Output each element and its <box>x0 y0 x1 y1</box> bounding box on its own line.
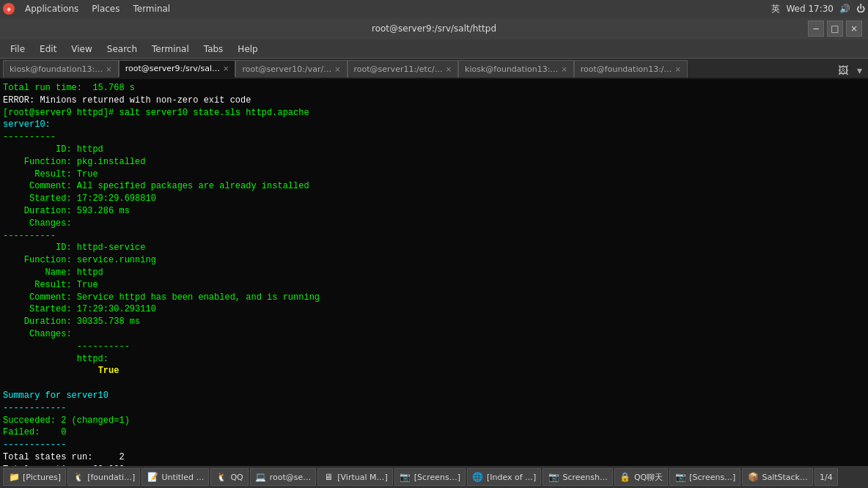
taskbar-label-screenshot3: [Screens…] <box>689 473 735 482</box>
distro-icon: ◈ <box>3 3 15 15</box>
svg-text:◈: ◈ <box>7 6 12 12</box>
tab-close-2[interactable]: × <box>223 64 229 73</box>
menu-tabs[interactable]: Tabs <box>196 42 231 56</box>
minimize-button[interactable]: − <box>808 21 824 37</box>
taskbar-label-saltstack: SaltStack… <box>762 473 808 482</box>
taskbar-label-pictures: [Pictures] <box>23 473 61 482</box>
tabs-bar: kiosk@foundation13:… × root@server9:/srv… <box>0 59 868 79</box>
qq-icon: 🐧 <box>216 471 227 483</box>
pictures-icon: 📁 <box>8 471 20 483</box>
taskbar-pictures[interactable]: 📁 [Pictures] <box>3 468 66 486</box>
close-button[interactable]: × <box>846 21 862 37</box>
tab-list-icon[interactable]: 🖼 <box>835 64 851 76</box>
taskbar-label-qq: QQ <box>230 473 243 482</box>
taskbar-saltstack[interactable]: 📦 SaltStack… <box>742 468 813 486</box>
tab-label-3: root@server10:/var/… <box>242 64 331 74</box>
untitled-icon: 📝 <box>147 471 158 483</box>
window-controls: − □ × <box>808 21 862 37</box>
tab-dropdown-icon[interactable]: ▾ <box>854 64 865 76</box>
menu-edit[interactable]: Edit <box>32 42 64 56</box>
menu-view[interactable]: View <box>64 42 99 56</box>
menu-search[interactable]: Search <box>100 42 144 56</box>
taskbar-index[interactable]: 🌐 [Index of …] <box>467 468 541 486</box>
page-indicator-label: 1/4 <box>820 473 833 482</box>
taskbar-page-indicator[interactable]: 1/4 <box>814 468 838 486</box>
tab-label-2: root@server9:/srv/sal… <box>125 64 220 73</box>
taskbar-screensh2[interactable]: 📷 Screensh… <box>542 468 613 486</box>
menu-file[interactable]: File <box>3 42 32 56</box>
volume-icon[interactable]: 🔊 <box>839 4 850 14</box>
tab-close-5[interactable]: × <box>561 65 567 73</box>
taskbar-untitled[interactable]: 📝 Untitled … <box>141 468 209 486</box>
taskbar-label-foundation: [foundati…] <box>87 473 135 482</box>
clock: Wed 17:30 <box>786 4 834 14</box>
taskbar-qq[interactable]: 🐧 QQ <box>210 468 248 486</box>
terminal-menu[interactable]: Terminal <box>127 2 176 15</box>
system-tray: 英 Wed 17:30 🔊 ⏻ <box>771 3 865 15</box>
tab-label-6: root@foundation13:/… <box>581 64 672 74</box>
screenshot1-icon: 📷 <box>400 471 411 483</box>
taskbar-label-screensh2: Screensh… <box>562 473 608 482</box>
taskbar-screenshot1[interactable]: 📷 [Screens…] <box>394 468 466 486</box>
foundation-icon: 🐧 <box>73 471 84 483</box>
root-icon: 💻 <box>255 471 267 483</box>
lang-indicator: 英 <box>771 3 780 15</box>
tab-label-5: kiosk@foundation13:… <box>465 64 558 74</box>
taskbar-label-root: root@se… <box>270 473 312 482</box>
titlebar: root@server9:/srv/salt/httpd − □ × <box>0 18 868 40</box>
tab-5[interactable]: kiosk@foundation13:… × <box>458 60 574 78</box>
tab-label-1: kiosk@foundation13:… <box>10 64 103 74</box>
applications-menu[interactable]: Applications <box>19 2 84 15</box>
screenshot3-icon: 📷 <box>674 471 686 483</box>
tabs-end-controls: 🖼 ▾ <box>835 64 865 78</box>
window-title: root@server9:/srv/salt/httpd <box>372 23 496 34</box>
taskbar-screenshot3[interactable]: 📷 [Screens…] <box>669 468 740 486</box>
menu-terminal[interactable]: Terminal <box>144 42 196 56</box>
index-icon: 🌐 <box>472 471 484 483</box>
qqchat-icon: 🔒 <box>619 471 631 483</box>
taskbar-label-qqchat: QQ聊天 <box>634 472 663 483</box>
screensh2-icon: 📷 <box>548 471 559 483</box>
taskbar-label-screenshot1: [Screens…] <box>414 473 460 482</box>
taskbar-label-virtualbox: [Virtual M…] <box>337 473 388 482</box>
menu-help[interactable]: Help <box>230 42 265 56</box>
terminal-output[interactable]: Total run time: 15.768 s ERROR: Minions … <box>0 79 868 466</box>
taskbar-label-untitled: Untitled … <box>161 473 204 482</box>
taskbar-virtualbox[interactable]: 🖥 [Virtual M…] <box>317 468 393 486</box>
tab-4[interactable]: root@server11:/etc/… × <box>347 60 459 78</box>
tab-6[interactable]: root@foundation13:/… × <box>574 60 688 78</box>
places-menu[interactable]: Places <box>86 2 125 15</box>
tab-close-3[interactable]: × <box>334 65 340 73</box>
saltstack-icon: 📦 <box>747 471 759 483</box>
tab-close-6[interactable]: × <box>675 65 681 73</box>
tab-close-1[interactable]: × <box>106 65 111 73</box>
tab-label-4: root@server11:/etc/… <box>354 64 443 74</box>
tab-close-4[interactable]: × <box>446 65 452 73</box>
taskbar-root[interactable]: 💻 root@se… <box>250 468 317 486</box>
tab-1[interactable]: kiosk@foundation13:… × <box>3 60 119 78</box>
tab-2[interactable]: root@server9:/srv/sal… × <box>119 60 236 78</box>
system-menubar: ◈ Applications Places Terminal 英 Wed 17:… <box>0 0 868 18</box>
taskbar-label-index: [Index of …] <box>487 473 536 482</box>
maximize-button[interactable]: □ <box>827 21 843 37</box>
app-menubar: File Edit View Search Terminal Tabs Help <box>0 40 868 59</box>
virtualbox-icon: 🖥 <box>323 471 334 483</box>
taskbar-foundation[interactable]: 🐧 [foundati…] <box>67 468 140 486</box>
tab-3[interactable]: root@server10:/var/… × <box>235 60 347 78</box>
power-icon[interactable]: ⏻ <box>856 4 865 14</box>
taskbar: 📁 [Pictures] 🐧 [foundati…] 📝 Untitled … … <box>0 466 868 488</box>
taskbar-qqchat[interactable]: 🔒 QQ聊天 <box>614 468 668 486</box>
